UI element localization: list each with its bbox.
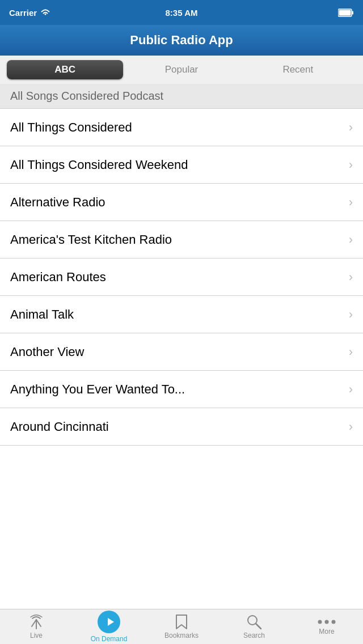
list-item[interactable]: All Things Considered › <box>0 109 363 146</box>
chevron-icon: › <box>349 120 353 135</box>
segment-popular[interactable]: Popular <box>123 60 239 79</box>
segment-abc[interactable]: ABC <box>7 60 123 79</box>
status-bar: Carrier 8:35 AM <box>0 0 363 25</box>
svg-point-11 <box>332 620 336 624</box>
list-item-text: All Things Considered Weekend <box>10 158 188 172</box>
tab-live[interactable]: Live <box>0 609 73 644</box>
list-item[interactable]: Around Cincinnati › <box>0 408 363 446</box>
chevron-icon: › <box>349 270 353 285</box>
svg-line-5 <box>36 620 41 626</box>
header-item-text: All Songs Considered Podcast <box>10 90 163 103</box>
svg-marker-6 <box>108 618 114 626</box>
list-item[interactable]: All Things Considered Weekend › <box>0 146 363 184</box>
list-item-text: Anything You Ever Wanted To... <box>10 382 185 397</box>
chevron-icon: › <box>349 232 353 247</box>
svg-point-9 <box>318 620 322 624</box>
list-item-text: Another View <box>10 345 84 359</box>
tab-search[interactable]: Search <box>218 609 290 644</box>
chevron-icon: › <box>349 158 353 172</box>
status-left: Carrier <box>9 8 50 18</box>
chevron-icon: › <box>349 307 353 322</box>
status-time: 8:35 AM <box>166 8 198 18</box>
tab-bookmarks-label: Bookmarks <box>164 632 199 639</box>
svg-point-10 <box>325 620 329 624</box>
carrier-text: Carrier <box>9 8 37 18</box>
tab-bar: Live On Demand Bookmarks Search More <box>0 609 363 644</box>
svg-line-8 <box>256 624 261 629</box>
segment-recent[interactable]: Recent <box>240 60 356 79</box>
list-item-text: America's Test Kitchen Radio <box>10 232 172 247</box>
segment-control: ABC Popular Recent <box>0 56 363 84</box>
chevron-icon: › <box>349 345 353 359</box>
tab-on-demand-label: On Demand <box>91 635 128 643</box>
bookmark-icon <box>174 614 189 630</box>
chevron-icon: › <box>349 382 353 397</box>
battery-icon <box>338 9 354 17</box>
program-list: All Songs Considered Podcast All Things … <box>0 84 363 609</box>
svg-line-4 <box>32 620 36 626</box>
wifi-icon <box>40 9 50 16</box>
on-demand-play-icon <box>98 611 120 633</box>
antenna-icon <box>28 614 44 630</box>
list-item-text: All Things Considered <box>10 120 132 135</box>
list-item[interactable]: American Routes › <box>0 259 363 296</box>
svg-rect-1 <box>352 11 354 14</box>
list-item[interactable]: Another View › <box>0 333 363 371</box>
chevron-icon: › <box>349 420 353 434</box>
tab-on-demand[interactable]: On Demand <box>73 609 145 644</box>
list-item[interactable]: America's Test Kitchen Radio › <box>0 221 363 259</box>
list-item[interactable]: Animal Talk › <box>0 296 363 333</box>
list-item[interactable]: Anything You Ever Wanted To... › <box>0 371 363 408</box>
list-item-text: Alternative Radio <box>10 195 105 210</box>
tab-more-label: More <box>319 628 334 635</box>
tab-more[interactable]: More <box>290 609 363 644</box>
nav-bar: Public Radio App <box>0 25 363 56</box>
list-item[interactable]: Alternative Radio › <box>0 184 363 221</box>
list-item-text: Around Cincinnati <box>10 420 109 434</box>
tab-bookmarks[interactable]: Bookmarks <box>145 609 218 644</box>
app-title: Public Radio App <box>130 33 233 48</box>
tab-live-label: Live <box>30 632 43 639</box>
search-icon <box>246 614 262 630</box>
list-header-item: All Songs Considered Podcast <box>0 84 363 109</box>
list-item-text: American Routes <box>10 270 106 285</box>
more-dots-icon <box>317 618 336 626</box>
tab-search-label: Search <box>243 632 265 639</box>
svg-rect-2 <box>339 10 351 15</box>
list-item-text: Animal Talk <box>10 307 74 322</box>
status-right <box>338 9 354 17</box>
chevron-icon: › <box>349 195 353 210</box>
